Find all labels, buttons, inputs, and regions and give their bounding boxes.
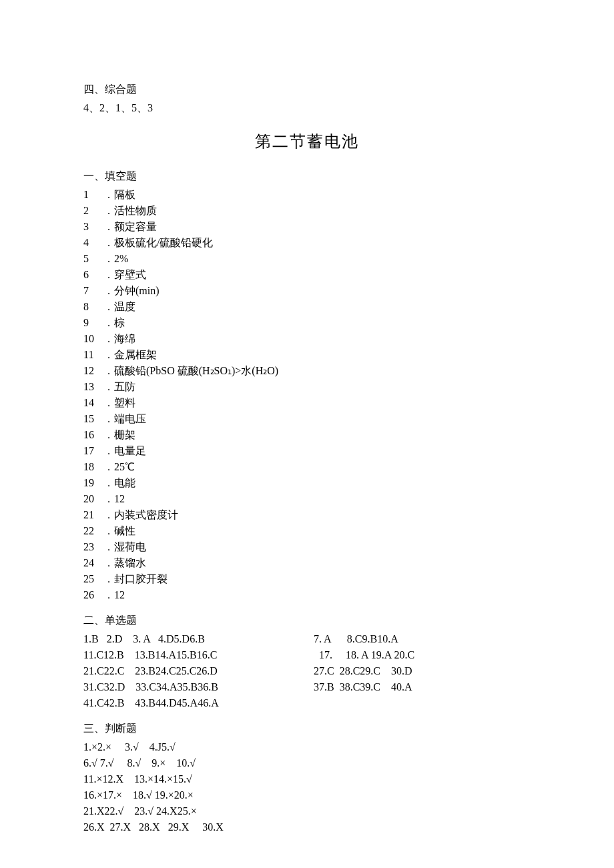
judge-row: 11.×12.X 13.×14.×15.√ xyxy=(83,771,531,787)
fill-number: 14 xyxy=(83,395,103,411)
fill-number: 6 xyxy=(83,267,103,283)
fill-number: 21 xyxy=(83,507,103,523)
fill-row: 17．电量足 xyxy=(83,443,531,459)
fill-number: 18 xyxy=(83,459,103,475)
mc-row-right: 17. 18. A 19.A 20.C xyxy=(314,647,414,663)
fill-row: 1．隔板 xyxy=(83,187,531,203)
fill-text: ．分钟(min) xyxy=(103,283,531,299)
fill-number: 7 xyxy=(83,283,103,299)
fill-number: 16 xyxy=(83,427,103,443)
fill-number: 5 xyxy=(83,251,103,267)
mc-row-left: 11.C12.B 13.B14.A15.B16.C xyxy=(83,647,314,663)
judge-row: 26.X 27.X 28.X 29.X 30.X xyxy=(83,819,531,835)
fill-row: 16．栅架 xyxy=(83,427,531,443)
mc-row: 41.C42.B 43.B44.D45.A46.A xyxy=(83,695,531,711)
fill-row: 12．硫酸铅(PbSO 硫酸(H₂SO₁)>水(H₂O) xyxy=(83,363,531,379)
fill-number: 3 xyxy=(83,219,103,235)
judge-answer-list: 1.×2.× 3.√ 4.J5.√6.√ 7.√ 8.√ 9.× 10.√11.… xyxy=(83,739,531,835)
fill-number: 10 xyxy=(83,331,103,347)
fill-text: ．蒸馏水 xyxy=(103,555,531,571)
fill-text: ．碱性 xyxy=(103,523,531,539)
fill-row: 14．塑料 xyxy=(83,395,531,411)
fill-number: 9 xyxy=(83,315,103,331)
fill-text: ．极板硫化/硫酸铅硬化 xyxy=(103,235,531,251)
section-heading-mc: 二、单选题 xyxy=(83,612,531,628)
fill-number: 2 xyxy=(83,203,103,219)
fill-text: ．额定容量 xyxy=(103,219,531,235)
document-page: 四、综合题 4、2、1、5、3 第二节蓄电池 一、填空题 1．隔板2．活性物质3… xyxy=(0,0,614,862)
fill-text: ．金属框架 xyxy=(103,347,531,363)
fill-row: 10．海绵 xyxy=(83,331,531,347)
mc-row-left: 1.B 2.D 3. A 4.D5.D6.B xyxy=(83,631,314,647)
fill-text: ．塑料 xyxy=(103,395,531,411)
mc-row-left: 31.C32.D 33.C34.A35.B36.B xyxy=(83,679,314,695)
mc-row: 21.C22.C 23.B24.C25.C26.D27.C 28.C29.C 3… xyxy=(83,663,531,679)
mc-row: 1.B 2.D 3. A 4.D5.D6.B7. A 8.C9.B10.A xyxy=(83,631,531,647)
fill-answer-list: 1．隔板2．活性物质3．额定容量4．极板硫化/硫酸铅硬化5．2%6．穿壁式7．分… xyxy=(83,187,531,603)
fill-text: ．栅架 xyxy=(103,427,531,443)
fill-number: 19 xyxy=(83,475,103,491)
fill-text: ．电量足 xyxy=(103,443,531,459)
fill-row: 20．12 xyxy=(83,491,531,507)
fill-text: ．12 xyxy=(103,491,531,507)
fill-text: ．海绵 xyxy=(103,331,531,347)
fill-number: 22 xyxy=(83,523,103,539)
mc-row-left: 41.C42.B 43.B44.D45.A46.A xyxy=(83,695,314,711)
fill-row: 11．金属框架 xyxy=(83,347,531,363)
section-heading-fill: 一、填空题 xyxy=(83,168,531,184)
fill-row: 23．湿荷电 xyxy=(83,539,531,555)
fill-number: 23 xyxy=(83,539,103,555)
fill-number: 1 xyxy=(83,187,103,203)
fill-number: 15 xyxy=(83,411,103,427)
fill-row: 25．封口胶开裂 xyxy=(83,571,531,587)
fill-text: ．25℃ xyxy=(103,459,531,475)
judge-row: 16.×17.× 18.√ 19.×20.× xyxy=(83,787,531,803)
fill-text: ．12 xyxy=(103,587,531,603)
fill-row: 4．极板硫化/硫酸铅硬化 xyxy=(83,235,531,251)
fill-text: ．穿壁式 xyxy=(103,267,531,283)
mc-answer-list: 1.B 2.D 3. A 4.D5.D6.B7. A 8.C9.B10.A11.… xyxy=(83,631,531,711)
fill-row: 3．额定容量 xyxy=(83,219,531,235)
fill-text: ．硫酸铅(PbSO 硫酸(H₂SO₁)>水(H₂O) xyxy=(103,363,531,379)
fill-text: ．内装式密度计 xyxy=(103,507,531,523)
fill-number: 8 xyxy=(83,299,103,315)
fill-text: ．湿荷电 xyxy=(103,539,531,555)
fill-row: 15．端电压 xyxy=(83,411,531,427)
fill-number: 26 xyxy=(83,587,103,603)
section-heading-comprehensive: 四、综合题 xyxy=(83,81,531,97)
fill-number: 20 xyxy=(83,491,103,507)
fill-row: 21．内装式密度计 xyxy=(83,507,531,523)
fill-text: ．棕 xyxy=(103,315,531,331)
fill-text: ．封口胶开裂 xyxy=(103,571,531,587)
fill-text: ．2% xyxy=(103,251,531,267)
fill-number: 25 xyxy=(83,571,103,587)
mc-row: 31.C32.D 33.C34.A35.B36.B37.B 38.C39.C 4… xyxy=(83,679,531,695)
fill-number: 17 xyxy=(83,443,103,459)
fill-row: 19．电能 xyxy=(83,475,531,491)
mc-row-right: 7. A 8.C9.B10.A xyxy=(314,631,398,647)
mc-row-left: 21.C22.C 23.B24.C25.C26.D xyxy=(83,663,314,679)
fill-number: 4 xyxy=(83,235,103,251)
fill-number: 11 xyxy=(83,347,103,363)
section-heading-judge: 三、判断题 xyxy=(83,721,531,737)
section-title: 第二节蓄电池 xyxy=(83,129,531,153)
fill-row: 8．温度 xyxy=(83,299,531,315)
fill-text: ．电能 xyxy=(103,475,531,491)
fill-row: 7．分钟(min) xyxy=(83,283,531,299)
fill-text: ．端电压 xyxy=(103,411,531,427)
fill-row: 2．活性物质 xyxy=(83,203,531,219)
fill-row: 26．12 xyxy=(83,587,531,603)
comprehensive-sequence: 4、2、1、5、3 xyxy=(83,100,531,116)
fill-row: 5．2% xyxy=(83,251,531,267)
mc-row-right: 37.B 38.C39.C 40.A xyxy=(314,679,412,695)
judge-row: 1.×2.× 3.√ 4.J5.√ xyxy=(83,739,531,755)
mc-row: 11.C12.B 13.B14.A15.B16.C 17. 18. A 19.A… xyxy=(83,647,531,663)
fill-text: ．温度 xyxy=(103,299,531,315)
fill-text: ．五防 xyxy=(103,379,531,395)
fill-row: 6．穿壁式 xyxy=(83,267,531,283)
fill-text: ．活性物质 xyxy=(103,203,531,219)
fill-row: 9．棕 xyxy=(83,315,531,331)
fill-number: 24 xyxy=(83,555,103,571)
fill-number: 13 xyxy=(83,379,103,395)
fill-text: ．隔板 xyxy=(103,187,531,203)
